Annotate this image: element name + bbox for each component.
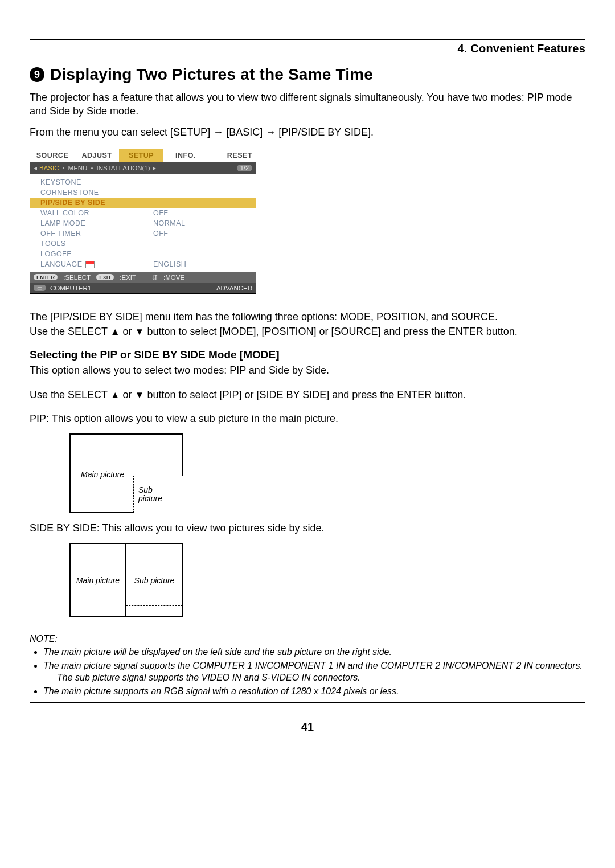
osd-tab-setup: SETUP xyxy=(119,149,163,162)
mode-p2-prefix: Use the SELECT xyxy=(30,389,110,400)
up-triangle-icon: ▲ xyxy=(110,390,120,400)
section-number-badge: 9 xyxy=(30,67,44,82)
osd-row-value xyxy=(153,250,245,258)
sbs-sub-label: Sub picture xyxy=(134,576,175,585)
osd-row-value: OFF xyxy=(153,209,245,217)
osd-subtab-basic: BASIC xyxy=(39,165,59,171)
osd-subtab-bar: ◂ BASIC • MENU • INSTALLATION(1) ▸ 1/2 xyxy=(30,162,256,174)
osd-screenshot: SOURCE ADJUST SETUP INFO. RESET ◂ BASIC … xyxy=(30,149,256,294)
intro-paragraph: The projector has a feature that allows … xyxy=(30,91,585,118)
osd-row-label: WALL COLOR xyxy=(40,209,153,217)
osd-row-pip-side-by-side: PIP/SIDE BY SIDE xyxy=(30,198,256,208)
note-item-text: The main picture signal supports the COM… xyxy=(43,661,583,670)
language-flag-icon xyxy=(85,261,95,268)
move-label: :MOVE xyxy=(163,274,184,281)
menu-path-mid2: [PIP/SIDE BY SIDE]. xyxy=(278,126,374,138)
osd-row-value: OFF xyxy=(153,230,245,238)
note-list: The main picture will be displayed on th… xyxy=(30,646,585,697)
exit-label: :EXIT xyxy=(120,274,136,281)
osd-row-language: LANGUAGE ENGLISH xyxy=(30,259,256,269)
section-title: Displaying Two Pictures at the Same Time xyxy=(50,65,373,84)
after-osd-p2: Use the SELECT ▲ or ▼ button to select [… xyxy=(30,325,585,338)
source-icon: ▭ xyxy=(34,285,46,291)
note-item: The main picture supports an RGB signal … xyxy=(43,685,585,698)
enter-label: :SELECT xyxy=(63,274,91,281)
dot-icon: • xyxy=(91,165,93,171)
section-number: 9 xyxy=(34,69,40,81)
p2-or: or xyxy=(123,326,135,337)
pip-diagram: Main picture Sub picture xyxy=(69,433,183,513)
down-triangle-icon: ▼ xyxy=(135,326,145,337)
osd-row-tools: TOOLS xyxy=(30,239,256,249)
osd-subtab-installation: INSTALLATION(1) xyxy=(96,165,150,171)
osd-row-value: NORMAL xyxy=(153,219,245,227)
pip-sub-label: Sub picture xyxy=(138,486,162,503)
sbs-desc: SIDE BY SIDE: This allows you to view tw… xyxy=(30,521,585,535)
osd-row-lamp-mode: LAMP MODE NORMAL xyxy=(30,218,256,228)
arrow-icon: → xyxy=(265,126,276,138)
osd-row-wall-color: WALL COLOR OFF xyxy=(30,208,256,218)
pip-desc: PIP: This option allows you to view a su… xyxy=(30,412,585,425)
osd-row-keystone: KEYSTONE xyxy=(30,177,256,187)
dot-icon: • xyxy=(63,165,65,171)
osd-subtab-menu: MENU xyxy=(68,165,88,171)
mode-p2-or: or xyxy=(123,389,135,400)
menu-path-prefix: From the menu you can select [SETUP] xyxy=(30,126,213,138)
osd-row-label: OFF TIMER xyxy=(40,230,153,238)
osd-row-value xyxy=(153,199,245,207)
osd-tab-adjust: ADJUST xyxy=(75,149,119,162)
osd-help-bar: ENTER :SELECT EXIT :EXIT ⇵ :MOVE xyxy=(30,272,256,283)
osd-row-value xyxy=(153,189,245,196)
osd-row-value xyxy=(153,178,245,186)
source-label: COMPUTER1 xyxy=(50,285,91,292)
osd-page-indicator: 1/2 xyxy=(237,165,252,171)
osd-row-label: TOOLS xyxy=(40,240,153,248)
section-title-row: 9 Displaying Two Pictures at the Same Ti… xyxy=(30,65,585,84)
sbs-sub-box: Sub picture xyxy=(126,544,182,616)
page-number: 41 xyxy=(0,720,615,734)
p2-suffix: button to select [MODE], [POSITION] or [… xyxy=(147,326,517,337)
osd-row-value: ENGLISH xyxy=(153,260,245,268)
osd-row-label-text: LANGUAGE xyxy=(40,260,82,268)
osd-row-label: KEYSTONE xyxy=(40,178,153,186)
osd-status-bar: ▭ COMPUTER1 ADVANCED xyxy=(30,283,256,293)
osd-row-logoff: LOGOFF xyxy=(30,249,256,259)
osd-tab-source: SOURCE xyxy=(30,149,75,162)
enter-pill-icon: ENTER xyxy=(34,274,58,280)
note-item: The main picture signal supports the COM… xyxy=(43,660,585,684)
pip-sub-box: Sub picture xyxy=(133,476,183,513)
move-glyph-icon: ⇵ xyxy=(152,273,158,281)
note-subline: The sub picture signal supports the VIDE… xyxy=(57,672,585,684)
advanced-label: ADVANCED xyxy=(216,285,252,292)
osd-tab-info: INFO. xyxy=(163,149,208,162)
mode-heading: Selecting the PIP or SIDE BY SIDE Mode [… xyxy=(30,349,585,361)
osd-row-label: PIP/SIDE BY SIDE xyxy=(40,199,153,207)
chapter-header: 4. Convenient Features xyxy=(30,42,585,55)
mode-p2-suffix: button to select [PIP] or [SIDE BY SIDE]… xyxy=(147,389,466,400)
sbs-main-label: Main picture xyxy=(76,576,120,585)
osd-row-label: LAMP MODE xyxy=(40,219,153,227)
after-osd-p1: The [PIP/SIDE BY SIDE] menu item has the… xyxy=(30,310,585,324)
header-rule xyxy=(30,39,585,40)
mode-p1: This option allows you to select two mod… xyxy=(30,363,585,377)
arrow-icon: → xyxy=(213,126,223,138)
osd-row-cornerstone: CORNERSTONE xyxy=(30,187,256,198)
up-triangle-icon: ▲ xyxy=(110,326,120,337)
menu-path-mid1: [BASIC] xyxy=(226,126,265,138)
down-triangle-icon: ▼ xyxy=(135,390,145,400)
sbs-diagram: Main picture Sub picture xyxy=(69,543,183,617)
note-block: NOTE: The main picture will be displayed… xyxy=(30,630,585,703)
exit-pill-icon: EXIT xyxy=(96,274,114,280)
note-item: The main picture will be displayed on th… xyxy=(43,646,585,658)
mode-p2: Use the SELECT ▲ or ▼ button to select [… xyxy=(30,388,585,402)
note-title: NOTE: xyxy=(30,634,58,644)
chapter-title: 4. Convenient Features xyxy=(458,42,585,55)
osd-row-label: LANGUAGE xyxy=(40,260,153,268)
pip-main-label: Main picture xyxy=(81,470,124,479)
menu-path-line: From the menu you can select [SETUP] → [… xyxy=(30,126,585,138)
osd-row-off-timer: OFF TIMER OFF xyxy=(30,228,256,239)
osd-top-tabs: SOURCE ADJUST SETUP INFO. RESET xyxy=(30,149,256,162)
osd-row-value xyxy=(153,240,245,248)
osd-row-label: LOGOFF xyxy=(40,250,153,258)
manual-page: 4. Convenient Features 9 Displaying Two … xyxy=(0,0,615,868)
